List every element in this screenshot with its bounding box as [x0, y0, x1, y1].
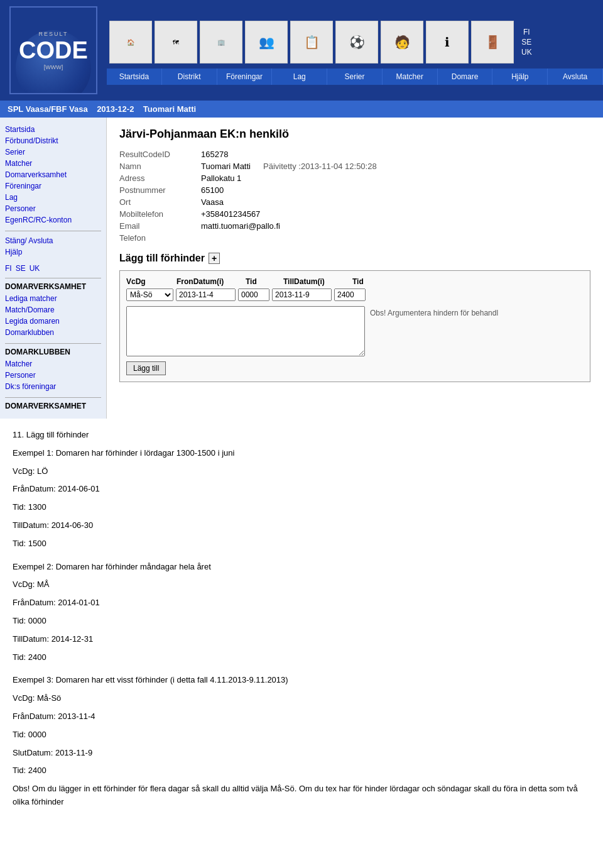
sidebar-item-matcher2[interactable]: Matcher — [5, 358, 101, 370]
sidebar-item-matcher[interactable]: Matcher — [5, 158, 101, 169]
sidebar-item-egenrc[interactable]: EgenRC/RC-konton — [5, 214, 101, 226]
breadcrumb-org: SPL Vaasa/FBF Vasa — [8, 104, 88, 114]
sidebar-item-match-domare[interactable]: Match/Domare — [5, 304, 101, 316]
value-email: matti.tuomari@pallo.fi — [201, 221, 280, 231]
example-2-tilldatum: TillDatum: 2014-12-31 — [13, 633, 590, 646]
info-row-resultcodeid: ResultCodeID 165278 — [119, 150, 590, 159]
lagg-till-button[interactable]: Lägg till — [126, 361, 166, 375]
label-postnummer: Postnummer — [119, 185, 201, 195]
avsluta-icon: 🚪 — [485, 35, 501, 50]
sidebar-item-domarverksamhet[interactable]: Domarverksamhet — [5, 169, 101, 180]
example-3: Exempel 3: Domaren har ett visst förhind… — [13, 674, 590, 808]
tid2-input[interactable] — [334, 288, 366, 301]
nav-icon-serier[interactable]: 📋 — [290, 21, 333, 63]
nav-label-foreningar[interactable]: Föreningar — [217, 69, 273, 85]
sidebar-item-forbund[interactable]: Förbund/Distrikt — [5, 135, 101, 146]
form-header-row: VcDg FronDatum(i) Tid TillDatum(i) Tid — [126, 277, 584, 286]
nav-icon-matcher[interactable]: ⚽ — [335, 21, 378, 63]
lang-se[interactable]: SE — [521, 38, 531, 47]
nav-icon-avsluta[interactable]: 🚪 — [471, 21, 514, 63]
sidebar-domarverksamhet-links: Lediga matcher Match/Domare Legida domar… — [5, 293, 101, 338]
sidebar-item-startsida[interactable]: Startsida — [5, 124, 101, 135]
sidebar-item-foreningar[interactable]: Föreningar — [5, 180, 101, 192]
nav-icon-domare[interactable]: 🧑 — [381, 21, 423, 63]
example-1-title: Exempel 1: Domaren har förhinder i lörda… — [13, 447, 590, 460]
sidebar-heading-domarklubben: DOMARKLUBBEN — [5, 348, 101, 356]
label-telefon: Telefon — [119, 233, 201, 243]
nav-labels-row: Startsida Distrikt Föreningar Lag Serier… — [107, 69, 603, 85]
info-row-email: Email matti.tuomari@pallo.fi — [119, 221, 590, 231]
forhinder-title-text: Lägg till förhinder — [119, 253, 205, 264]
sidebar-item-domarklubben[interactable]: Domarklubben — [5, 327, 101, 338]
example-2: Exempel 2: Domaren har förhinder måndaga… — [13, 561, 590, 664]
sidebar-item-dks-foreningar[interactable]: Dk:s föreningar — [5, 381, 101, 392]
content-area: Järvi-Pohjanmaan EK:n henkilö ResultCode… — [107, 118, 603, 419]
label-namn: Namn — [119, 162, 201, 171]
example-1-tilldatum: TillDatum: 2014-06-30 — [13, 519, 590, 532]
nav-label-distrikt[interactable]: Distrikt — [162, 69, 217, 85]
sidebar-item-personer2[interactable]: Personer — [5, 370, 101, 381]
sidebar-heading-domarverksamhet2: DOMARVERKSAMHET — [5, 402, 101, 410]
matcher-icon: ⚽ — [349, 35, 365, 50]
info-row-namn: Namn Tuomari Matti Päivitetty :2013-11-0… — [119, 162, 590, 171]
example-3-tid2: Tid: 2400 — [13, 764, 590, 777]
nav-icon-hjalp[interactable]: ℹ — [426, 21, 469, 63]
nav-icon-distrikt[interactable]: 🗺 — [155, 21, 197, 63]
label-adress: Adress — [119, 173, 201, 183]
nav-icon-foreningar[interactable]: 🏢 — [200, 21, 242, 63]
value-updated: Päivitetty :2013-11-04 12:50:28 — [263, 162, 377, 171]
logo-box: RESULT CODE [WWW] — [9, 6, 97, 94]
hjalp-icon: ℹ — [445, 35, 450, 50]
sidebar-item-legida-domaren[interactable]: Legida domaren — [5, 316, 101, 327]
nav-label-domare[interactable]: Domare — [438, 69, 493, 85]
nav-label-matcher[interactable]: Matcher — [383, 69, 438, 85]
example-2-tid1: Tid: 0000 — [13, 615, 590, 628]
nav-icon-lag[interactable]: 👥 — [245, 21, 288, 63]
example-3-frandatum: FrånDatum: 2013-11-4 — [13, 710, 590, 723]
value-mobiltelefon: +358401234567 — [201, 209, 260, 219]
logo-code: CODE — [19, 37, 88, 64]
sidebar-main-links: Startsida Förbund/Distrikt Serier Matche… — [5, 124, 101, 226]
label-resultcodeid: ResultCodeID — [119, 150, 201, 159]
frondatum-input[interactable] — [176, 288, 236, 301]
example-1-tid1: Tid: 1300 — [13, 501, 590, 514]
lang-fi[interactable]: FI — [523, 28, 530, 36]
nav-label-lag[interactable]: Lag — [272, 69, 327, 85]
example-1-frandatum: FrånDatum: 2014-06-01 — [13, 483, 590, 496]
forhinder-add-button[interactable]: + — [209, 253, 220, 264]
sidebar-lang-uk[interactable]: UK — [30, 263, 40, 274]
sidebar-lang-fi[interactable]: FI — [5, 263, 12, 274]
vcdg-select[interactable]: Må-Sö MÅ TI ON TO FR LÖ SÖ LÖ-SÖ — [126, 288, 173, 301]
example-3-title: Exempel 3: Domaren har ett visst förhind… — [13, 674, 590, 687]
forhinder-textarea[interactable] — [126, 306, 365, 356]
example-3-tid1: Tid: 0000 — [13, 728, 590, 742]
sidebar-item-personer[interactable]: Personer — [5, 203, 101, 214]
nav-icon-startsida[interactable]: 🏠 — [109, 21, 152, 63]
example-1-tid2: Tid: 1500 — [13, 537, 590, 551]
sidebar-lang-se[interactable]: SE — [16, 263, 26, 274]
col-header-vcdg: VcDg — [126, 277, 177, 286]
nav-label-serier[interactable]: Serier — [327, 69, 383, 85]
sidebar-item-lediga-matcher[interactable]: Lediga matcher — [5, 293, 101, 304]
tilldatum-input[interactable] — [272, 288, 332, 301]
lang-uk[interactable]: UK — [521, 48, 532, 57]
sidebar-avsluta-links: Stäng/ Avsluta Hjälp — [5, 235, 101, 258]
nav-label-hjalp[interactable]: Hjälp — [492, 69, 548, 85]
nav-label-avsluta[interactable]: Avsluta — [548, 69, 603, 85]
sidebar-item-avsluta[interactable]: Stäng/ Avsluta — [5, 235, 101, 246]
example-3-obs: Obs! Om du lägger in ett förhinder för f… — [13, 783, 590, 809]
example-3-vcdg: VcDg: Må-Sö — [13, 692, 590, 705]
value-adress: Pallokatu 1 — [201, 173, 241, 183]
tid1-input[interactable] — [238, 288, 269, 301]
value-ort: Vaasa — [201, 197, 224, 207]
sidebar-item-lag[interactable]: Lag — [5, 192, 101, 203]
col-header-tilldatum: TillDatum(i) — [283, 277, 352, 286]
value-postnummer: 65100 — [201, 185, 224, 195]
example-1-vcdg: VcDg: LÖ — [13, 465, 590, 478]
info-row-ort: Ort Vaasa — [119, 197, 590, 207]
nav-label-startsida[interactable]: Startsida — [107, 69, 162, 85]
serier-icon: 📋 — [304, 35, 320, 50]
label-email: Email — [119, 221, 201, 231]
sidebar-item-hjalp[interactable]: Hjälp — [5, 246, 101, 258]
sidebar-item-serier[interactable]: Serier — [5, 146, 101, 158]
